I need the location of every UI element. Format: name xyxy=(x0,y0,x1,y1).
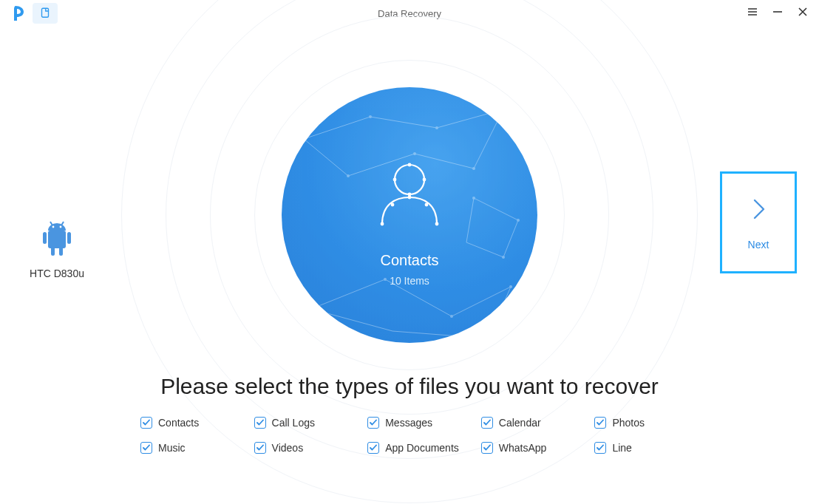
preview-circle: Contacts 10 Items xyxy=(282,87,537,343)
svg-point-11 xyxy=(509,285,512,288)
svg-point-13 xyxy=(517,219,520,222)
type-music[interactable]: Music xyxy=(140,442,254,454)
svg-point-6 xyxy=(413,152,416,155)
minimize-icon[interactable] xyxy=(772,6,784,18)
svg-rect-26 xyxy=(43,232,47,244)
svg-rect-25 xyxy=(48,231,66,248)
svg-rect-29 xyxy=(59,247,63,256)
svg-point-5 xyxy=(472,167,475,170)
checkbox-icon xyxy=(481,442,493,454)
checkbox-icon xyxy=(594,417,606,429)
svg-point-9 xyxy=(384,278,387,281)
main-area: Contacts 10 Items HTC D830u xyxy=(0,27,819,504)
window-controls xyxy=(747,6,809,18)
instruction-text: Please select the types of files you wan… xyxy=(0,374,819,399)
checkbox-icon xyxy=(367,442,379,454)
toolbar-file-button[interactable] xyxy=(33,3,58,24)
svg-point-33 xyxy=(60,226,62,228)
next-label: Next xyxy=(748,239,769,251)
type-label: Videos xyxy=(272,442,304,454)
type-label: Messages xyxy=(385,417,432,429)
type-calendar[interactable]: Calendar xyxy=(481,417,595,429)
type-photos[interactable]: Photos xyxy=(594,417,708,429)
type-videos[interactable]: Videos xyxy=(254,442,368,454)
checkbox-icon xyxy=(594,442,606,454)
device-panel: HTC D830u xyxy=(16,219,98,279)
next-button[interactable]: Next xyxy=(720,171,797,273)
checkbox-icon xyxy=(254,417,266,429)
menu-icon[interactable] xyxy=(747,6,758,18)
chevron-right-icon xyxy=(747,194,769,227)
svg-line-31 xyxy=(61,222,64,225)
svg-point-12 xyxy=(472,197,475,200)
svg-rect-27 xyxy=(67,232,71,244)
file-types-grid: Contacts Call Logs Messages Calendar Pho… xyxy=(140,417,708,454)
svg-rect-28 xyxy=(51,247,55,256)
type-app-documents[interactable]: App Documents xyxy=(367,442,481,454)
checkbox-icon xyxy=(367,417,379,429)
type-messages[interactable]: Messages xyxy=(367,417,481,429)
checkbox-icon xyxy=(140,442,152,454)
logo-area xyxy=(0,3,58,24)
type-label: Line xyxy=(612,442,631,454)
svg-point-14 xyxy=(502,256,505,259)
type-contacts[interactable]: Contacts xyxy=(140,417,254,429)
checkbox-icon xyxy=(254,442,266,454)
svg-point-32 xyxy=(52,226,55,228)
device-name: HTC D830u xyxy=(16,268,98,279)
type-line[interactable]: Line xyxy=(594,442,708,454)
type-label: App Documents xyxy=(385,442,459,454)
svg-point-2 xyxy=(369,115,372,118)
android-icon xyxy=(16,219,98,257)
svg-rect-0 xyxy=(42,8,49,17)
type-label: Photos xyxy=(612,417,645,429)
close-icon[interactable] xyxy=(797,6,809,18)
checkbox-icon xyxy=(481,417,493,429)
svg-line-30 xyxy=(50,222,52,225)
type-label: Call Logs xyxy=(272,417,315,429)
type-label: WhatsApp xyxy=(499,442,547,454)
type-label: Calendar xyxy=(499,417,541,429)
svg-point-10 xyxy=(450,315,453,318)
type-call-logs[interactable]: Call Logs xyxy=(254,417,368,429)
mesh-decoration xyxy=(282,87,537,343)
type-label: Contacts xyxy=(158,417,199,429)
checkbox-icon xyxy=(140,417,152,429)
svg-point-7 xyxy=(347,174,350,177)
type-whatsapp[interactable]: WhatsApp xyxy=(481,442,595,454)
app-logo xyxy=(7,3,28,24)
type-label: Music xyxy=(158,442,186,454)
svg-point-3 xyxy=(435,126,438,129)
